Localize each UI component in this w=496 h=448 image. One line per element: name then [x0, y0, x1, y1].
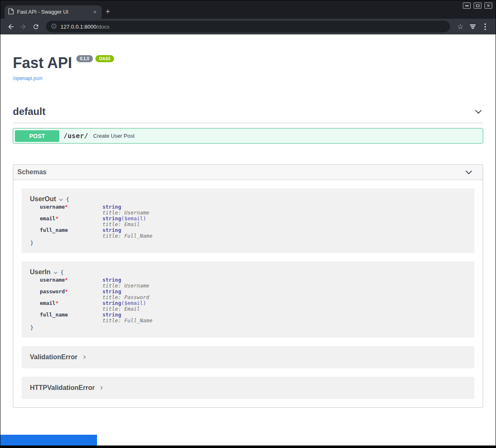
- property-name: full_name: [40, 312, 102, 324]
- property-type: string: [102, 277, 121, 283]
- api-title-text: Fast API: [13, 54, 72, 71]
- schema-property-row: username* string title: Username: [40, 277, 466, 289]
- tag-name: default: [13, 106, 46, 117]
- menu-kebab-icon[interactable]: [479, 20, 491, 33]
- browser-toolbar: 127.0.0.1:8000/docs ☆: [0, 19, 496, 34]
- property-format: ($email): [121, 300, 146, 306]
- minimize-icon: [465, 5, 469, 6]
- required-star: *: [65, 288, 68, 295]
- chevron-right-icon: [99, 386, 102, 390]
- property-title: title: Username: [102, 210, 149, 216]
- title-bar: Fast API - Swagger UI × + ×: [0, 0, 496, 19]
- schema-property-row: username* string title: Username: [40, 204, 466, 216]
- required-star: *: [65, 204, 68, 210]
- forward-icon[interactable]: [17, 20, 29, 33]
- property-format: ($email): [121, 215, 146, 222]
- version-badge: 0.1.0: [76, 55, 93, 62]
- schema-property-row: full_name string title: Full_Name: [40, 312, 466, 324]
- schemas-section: Schemas UserOut { username*: [13, 164, 483, 408]
- post-method-badge: POST: [15, 130, 59, 142]
- property-type: string: [102, 227, 121, 233]
- property-detail: string title: Full_Name: [102, 312, 152, 324]
- chevron-down-icon: [59, 197, 63, 201]
- property-type: string: [102, 312, 121, 318]
- schemas-title: Schemas: [17, 168, 46, 176]
- property-title: title: Full_Name: [102, 233, 152, 239]
- url-host: 127.0.0.1:8000: [61, 24, 97, 30]
- property-name: full_name: [40, 227, 102, 239]
- browser-window: Fast API - Swagger UI × + ×: [0, 0, 496, 448]
- schema-property-row: full_name string title: Full_Name: [40, 227, 466, 239]
- close-brace: }: [30, 324, 466, 331]
- chevron-down-icon[interactable]: [466, 168, 472, 174]
- property-name: password*: [40, 289, 102, 300]
- model-userout: UserOut { username* string title: Userna…: [22, 188, 474, 253]
- chevron-down-icon[interactable]: [475, 107, 482, 114]
- property-title: title: Email: [102, 222, 146, 227]
- window-bottom-border: [0, 446, 496, 448]
- model-name: ValidationError: [30, 353, 78, 361]
- chevron-right-icon: [82, 355, 85, 359]
- url-text: 127.0.0.1:8000/docs: [61, 24, 109, 30]
- property-detail: string title: Full_Name: [102, 227, 152, 239]
- maximize-icon: [476, 5, 479, 7]
- browser-tab[interactable]: Fast API - Swagger UI ×: [5, 5, 102, 19]
- property-type: string: [102, 288, 121, 295]
- schemas-header[interactable]: Schemas: [13, 165, 483, 180]
- schemas-list: UserOut { username* string title: Userna…: [13, 180, 483, 407]
- open-brace: {: [61, 269, 64, 275]
- model-httpvalidationerror[interactable]: HTTPValidationError: [22, 377, 474, 399]
- property-detail: string title: Username: [102, 204, 149, 216]
- model-userin: UserIn { username* string title: Usernam…: [22, 261, 474, 338]
- maximize-button[interactable]: [474, 2, 481, 9]
- property-name: email*: [40, 300, 102, 312]
- swagger-page: Fast API0.1.0OAS3 /openapi.json default …: [0, 34, 496, 448]
- close-button[interactable]: ×: [484, 2, 492, 9]
- property-detail: string($email) title: Email: [102, 216, 146, 227]
- model-validationerror[interactable]: ValidationError: [22, 346, 474, 368]
- property-type: string: [102, 215, 121, 222]
- property-name: username*: [40, 277, 102, 289]
- status-bubble: [0, 435, 97, 446]
- property-detail: string title: Username: [102, 277, 149, 289]
- model-toggle[interactable]: UserIn {: [30, 268, 466, 276]
- tab-close-icon[interactable]: ×: [92, 9, 98, 15]
- schema-property-row: email* string($email) title: Email: [40, 300, 466, 312]
- minimize-button[interactable]: [463, 2, 471, 9]
- back-icon[interactable]: [5, 20, 17, 33]
- site-info-icon[interactable]: [51, 23, 57, 30]
- endpoint-post-user[interactable]: POST /user/ Create User Post: [13, 128, 483, 144]
- property-title: title: Username: [102, 283, 149, 289]
- url-path: /docs: [97, 24, 109, 30]
- required-star: *: [56, 215, 59, 222]
- endpoint-summary: Create User Post: [93, 133, 135, 139]
- window-controls: ×: [460, 2, 492, 9]
- property-name: username*: [40, 204, 102, 216]
- required-star: *: [65, 277, 68, 283]
- property-detail: string title: Password: [102, 289, 149, 300]
- new-tab-button[interactable]: +: [102, 5, 114, 19]
- model-name: HTTPValidationError: [30, 384, 95, 392]
- bookmark-star-icon[interactable]: ☆: [454, 20, 467, 33]
- property-title: title: Password: [102, 295, 149, 300]
- model-name: UserOut: [30, 195, 56, 203]
- model-toggle[interactable]: UserOut {: [30, 195, 466, 203]
- tab-title: Fast API - Swagger UI: [17, 9, 89, 15]
- properties-list: username* string title: Username email* …: [40, 204, 466, 239]
- tag-section-default[interactable]: default: [13, 106, 483, 123]
- property-type: string: [102, 204, 121, 210]
- property-name: email*: [40, 216, 102, 227]
- schema-property-row: email* string($email) title: Email: [40, 216, 466, 227]
- endpoint-path: /user/: [63, 132, 88, 140]
- open-brace: {: [66, 196, 69, 202]
- extension-icon[interactable]: [467, 20, 479, 33]
- required-star: *: [56, 300, 59, 306]
- property-detail: string($email) title: Email: [102, 300, 146, 312]
- oas3-badge: OAS3: [95, 55, 114, 62]
- page-favicon-icon: [8, 8, 14, 16]
- url-bar[interactable]: 127.0.0.1:8000/docs: [46, 21, 450, 32]
- property-title: title: Full_Name: [102, 318, 152, 324]
- openapi-json-link[interactable]: /openapi.json: [13, 75, 42, 81]
- property-title: title: Email: [102, 306, 146, 312]
- reload-icon[interactable]: [29, 20, 42, 33]
